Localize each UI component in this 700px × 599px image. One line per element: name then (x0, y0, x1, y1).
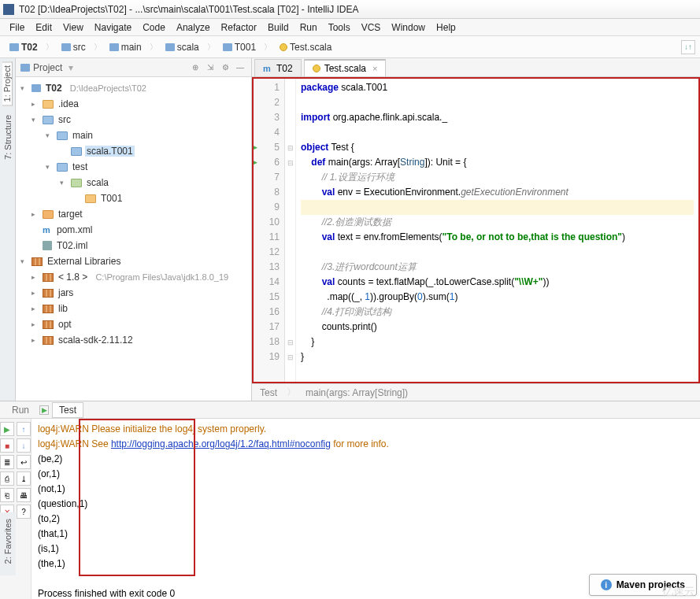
make-button[interactable]: ↓↑ (681, 40, 695, 54)
soft-wrap-button[interactable]: ↩ (17, 455, 31, 469)
folder-icon (9, 43, 19, 51)
maven-icon: m (43, 225, 52, 235)
folder-icon (57, 131, 68, 140)
chevron-down-icon[interactable]: ▾ (60, 179, 68, 187)
chevron-down-icon[interactable]: ▾ (69, 62, 73, 73)
chevron-right-icon[interactable]: ▸ (31, 305, 39, 312)
menu-vcs[interactable]: VCS (357, 20, 386, 35)
maven-notification[interactable]: i Maven projects (589, 574, 697, 596)
fold-gutter[interactable]: ⊟⊟⊟⊟ (285, 79, 296, 382)
scroll-end-button[interactable]: ⤓ (17, 471, 31, 486)
package-icon (71, 147, 82, 156)
chevron-right-icon[interactable]: ▸ (31, 100, 39, 108)
tab-favorites[interactable]: 2: Favorites (3, 516, 13, 567)
rerun-button[interactable]: ▶ (0, 422, 14, 436)
bc-scala[interactable]: scala (161, 40, 204, 54)
print-button[interactable]: 🖶 (17, 488, 31, 502)
menu-refactor[interactable]: Refactor (217, 20, 261, 35)
hide-icon[interactable]: — (234, 61, 246, 74)
navigation-bar: T02〉 src〉 main〉 scala〉 T001〉 Test.scala … (0, 36, 700, 58)
title-bar: T02 [D:\IdeaProjects\T02] - ...\src\main… (0, 0, 700, 19)
context-method[interactable]: main(args: Array[String]) (306, 387, 408, 398)
library-icon (31, 257, 43, 266)
library-icon (43, 289, 54, 298)
tab-structure[interactable]: 7: Structure (3, 112, 13, 163)
chevron-down-icon[interactable]: ▾ (20, 257, 28, 265)
help-button[interactable]: ? (17, 505, 31, 519)
editor-tab-test[interactable]: Test.scala× (304, 59, 387, 76)
tab-project[interactable]: 1: Project (2, 61, 13, 105)
menu-edit[interactable]: Edit (31, 20, 57, 35)
bc-project[interactable]: T02 (5, 40, 43, 54)
library-icon (43, 336, 54, 345)
restore-layout-button[interactable]: ≣ (0, 455, 14, 469)
log4j-link[interactable]: http://logging.apache.org/log4j/1.2/faq.… (111, 438, 331, 449)
bc-src[interactable]: src (57, 40, 91, 54)
chevron-down-icon[interactable]: ▾ (20, 84, 28, 92)
library-icon (43, 305, 54, 313)
chevron-right-icon[interactable]: ▸ (31, 273, 39, 281)
app-icon (3, 4, 14, 15)
bc-file[interactable]: Test.scala (275, 40, 336, 54)
run-tab-test[interactable]: Test (52, 402, 83, 418)
collapse-all-icon[interactable]: ⇲ (204, 61, 217, 74)
folder-icon (61, 43, 71, 51)
scroll-from-source-icon[interactable]: ⊕ (189, 61, 202, 74)
dump-threads-button[interactable]: ⎗ (0, 488, 14, 502)
stop-button[interactable]: ■ (0, 438, 14, 453)
editor-panel: mT02 Test.scala× 12345678910111213141516… (252, 58, 700, 401)
down-trace-button[interactable]: ↓ (17, 438, 31, 453)
breadcrumb: T02〉 src〉 main〉 scala〉 T001〉 Test.scala (5, 40, 336, 54)
object-icon (313, 65, 320, 72)
library-icon (43, 273, 54, 282)
iml-icon (43, 241, 52, 250)
project-tree[interactable]: ▾T02D:\IdeaProjects\T02 ▸.idea ▾src ▾mai… (16, 77, 251, 401)
context-class[interactable]: Test (260, 387, 277, 398)
bc-pkg[interactable]: T001 (218, 40, 261, 54)
chevron-right-icon[interactable]: ▸ (31, 289, 39, 297)
editor-tab-pom[interactable]: mT02 (254, 59, 302, 76)
menu-file[interactable]: File (5, 20, 29, 35)
maven-icon: m (263, 64, 272, 73)
menu-code[interactable]: Code (138, 20, 170, 35)
window-title: T02 [D:\IdeaProjects\T02] - ...\src\main… (19, 4, 359, 15)
gear-icon[interactable]: ⚙ (219, 61, 231, 74)
info-icon: i (601, 579, 612, 590)
folder-icon (71, 179, 82, 187)
up-trace-button[interactable]: ↑ (17, 422, 31, 436)
menu-run[interactable]: Run (295, 20, 322, 35)
pin-tab-button[interactable]: ⎙ (0, 471, 14, 486)
object-icon (280, 43, 287, 51)
close-icon[interactable]: × (372, 64, 377, 73)
folder-icon (43, 116, 54, 124)
folder-icon (165, 43, 175, 51)
menu-tools[interactable]: Tools (324, 20, 355, 35)
menu-navigate[interactable]: Navigate (90, 20, 136, 35)
menu-help[interactable]: Help (431, 20, 461, 35)
chevron-right-icon[interactable]: ▸ (31, 320, 39, 328)
run-tool-window: Run ▶ Test ▶↑ ■↓ ≣↩ ⎙⤓ ⎗🖶 ✕? log4j:WARN … (0, 401, 700, 599)
editor-tabs: mT02 Test.scala× (252, 58, 700, 77)
editor-gutter[interactable]: 12345678910111213141516171819 (254, 79, 285, 382)
folder-icon (43, 210, 54, 219)
menu-view[interactable]: View (58, 20, 88, 35)
chevron-right-icon[interactable]: ▸ (31, 210, 39, 218)
menu-bar: File Edit View Navigate Code Analyze Ref… (0, 19, 700, 36)
run-tab-run[interactable]: Run (5, 402, 36, 418)
menu-analyze[interactable]: Analyze (172, 20, 215, 35)
folder-icon (43, 100, 54, 109)
chevron-down-icon[interactable]: ▾ (31, 116, 39, 124)
tool-window-tabs-left: 1: Project 7: Structure (0, 58, 16, 401)
chevron-right-icon[interactable]: ▸ (31, 336, 39, 344)
console-output[interactable]: log4j:WARN Please initialize the log4j s… (31, 419, 700, 599)
chevron-down-icon[interactable]: ▾ (46, 131, 54, 139)
chevron-down-icon[interactable]: ▾ (46, 163, 54, 171)
module-icon (31, 84, 41, 92)
bc-main[interactable]: main (105, 40, 146, 54)
project-tool-window: Project▾ ⊕ ⇲ ⚙ — ▾T02D:\IdeaProjects\T02… (16, 58, 252, 401)
code-area[interactable]: package scala.T001 import org.apache.fli… (296, 79, 698, 382)
menu-window[interactable]: Window (387, 20, 430, 35)
editor-breadcrumb-bar: Test 〉 main(args: Array[String]) (252, 383, 700, 401)
folder-icon (57, 163, 68, 172)
menu-build[interactable]: Build (263, 20, 294, 35)
